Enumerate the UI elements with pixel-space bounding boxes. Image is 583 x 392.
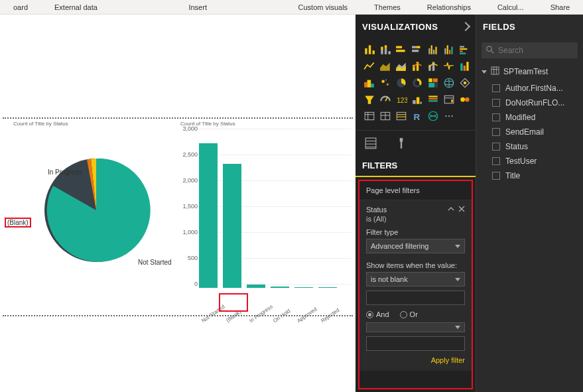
svg-rect-57 [417, 98, 420, 104]
field-item[interactable]: SendEmail [476, 125, 583, 139]
viz-type-icon[interactable] [362, 42, 377, 57]
collapse-filter-icon[interactable] [448, 206, 454, 214]
svg-rect-86 [401, 142, 402, 149]
pie-chart-visual[interactable]: Count of Title by Status In Progress (Bl… [13, 121, 179, 313]
table-node[interactable]: SPTeamTest [476, 62, 583, 81]
fields-search-input[interactable] [498, 46, 583, 55]
viz-type-icon[interactable] [410, 92, 424, 107]
viz-type-icon[interactable] [362, 76, 377, 90]
ribbon-tab[interactable]: Share [537, 3, 583, 11]
field-item[interactable]: Author.FirstNa... [476, 81, 583, 96]
svg-rect-64 [451, 99, 452, 103]
fields-search[interactable] [482, 42, 578, 58]
svg-rect-85 [400, 138, 403, 142]
ribbon-tab[interactable]: External data [41, 3, 111, 11]
viz-type-icon[interactable] [378, 109, 393, 123]
viz-type-icon[interactable] [378, 59, 393, 74]
report-canvas[interactable]: Count of Title by Status In Progress (Bl… [0, 15, 356, 392]
field-checkbox[interactable] [492, 128, 500, 136]
field-checkbox[interactable] [492, 157, 500, 165]
bar-chart-visual[interactable]: Count of Title by Status 05001,0001,5002… [180, 121, 352, 313]
format-tab-icon[interactable] [395, 137, 407, 151]
ribbon-tab[interactable]: Relationships [414, 3, 484, 11]
y-tick: 1,000 [182, 229, 198, 235]
viz-type-icon[interactable] [394, 59, 409, 74]
svg-rect-8 [389, 51, 391, 54]
viz-type-icon[interactable] [426, 76, 440, 90]
filter-type-label: Filter type [366, 228, 465, 236]
field-checkbox[interactable] [492, 172, 500, 180]
viz-type-icon[interactable] [410, 42, 424, 57]
pie-label-blank-highlight: (Blank) [5, 218, 31, 228]
and-radio[interactable]: And [366, 310, 389, 318]
svg-rect-22 [460, 46, 464, 47]
viz-type-icon[interactable] [394, 109, 409, 123]
bar[interactable] [294, 287, 313, 288]
field-checkbox[interactable] [492, 143, 500, 151]
condition1-select[interactable]: is not blank [366, 272, 465, 287]
viz-type-icon[interactable] [442, 76, 456, 90]
condition1-value-input[interactable] [366, 291, 465, 305]
svg-rect-12 [417, 46, 421, 48]
svg-rect-45 [428, 78, 432, 82]
field-item[interactable]: Modified [476, 110, 583, 125]
remove-filter-icon[interactable] [458, 206, 465, 214]
filter-card[interactable]: Status is (All) Filter type Advanced fil… [359, 200, 472, 371]
viz-type-icon[interactable] [442, 42, 456, 57]
viz-type-icon[interactable] [458, 59, 472, 74]
ribbon-tab[interactable]: Calcul... [484, 3, 537, 11]
viz-type-icon[interactable] [378, 42, 393, 57]
viz-type-icon[interactable] [426, 92, 440, 107]
viz-type-icon[interactable] [442, 109, 456, 123]
or-radio[interactable]: Or [400, 310, 418, 318]
viz-type-icon[interactable] [362, 92, 377, 107]
viz-type-icon[interactable] [458, 42, 472, 57]
viz-type-icon[interactable]: 123 [394, 92, 409, 107]
svg-rect-47 [428, 83, 434, 88]
filter-type-select[interactable]: Advanced filtering [366, 239, 465, 253]
svg-rect-46 [433, 78, 438, 82]
bar[interactable] [247, 285, 265, 288]
viz-type-icon[interactable] [458, 76, 472, 90]
viz-type-icon[interactable] [394, 76, 409, 90]
collapse-icon[interactable] [461, 22, 470, 31]
condition2-value-input[interactable] [366, 336, 465, 351]
viz-type-icon[interactable]: R [410, 109, 424, 123]
bar[interactable] [223, 164, 241, 288]
field-item[interactable]: TestUser [476, 154, 583, 168]
viz-type-icon[interactable] [410, 59, 424, 74]
ribbon-tab[interactable]: oard [0, 3, 41, 11]
viz-type-icon[interactable] [394, 42, 409, 57]
field-item[interactable]: Status [476, 139, 583, 154]
bar[interactable] [271, 287, 289, 288]
field-checkbox[interactable] [492, 99, 500, 107]
svg-rect-18 [444, 48, 446, 54]
viz-type-icon[interactable] [426, 109, 440, 123]
field-checkbox[interactable] [492, 84, 500, 92]
svg-point-66 [465, 98, 470, 102]
field-item[interactable]: DoNotRunFLO... [476, 96, 583, 110]
field-item[interactable]: Title [476, 168, 583, 183]
viz-type-icon[interactable] [378, 76, 393, 90]
viz-type-icon[interactable] [410, 76, 424, 90]
visualizations-pane: VISUALIZATIONS 123R FILTERS Page level f… [356, 15, 476, 392]
ribbon-tab[interactable]: Insert [175, 3, 220, 11]
field-checkbox[interactable] [492, 113, 500, 121]
viz-type-icon[interactable] [458, 92, 472, 107]
ribbon-tab[interactable]: Custom visuals [285, 3, 361, 11]
viz-type-icon[interactable] [362, 59, 377, 74]
condition2-select[interactable] [366, 322, 465, 332]
viz-type-icon[interactable] [426, 42, 440, 57]
viz-type-icon[interactable] [362, 109, 377, 123]
ribbon-tab[interactable]: Themes [361, 3, 414, 11]
apply-filter-link[interactable]: Apply filter [366, 351, 465, 365]
fields-tab-icon[interactable] [365, 137, 377, 151]
viz-type-icon[interactable] [442, 92, 456, 107]
svg-rect-13 [412, 50, 419, 52]
viz-type-icon[interactable] [378, 92, 393, 107]
y-tick: 1,500 [182, 203, 198, 210]
bar[interactable] [318, 287, 337, 288]
viz-type-icon[interactable] [442, 59, 456, 74]
bar[interactable] [199, 143, 218, 288]
viz-type-icon[interactable] [426, 59, 440, 74]
